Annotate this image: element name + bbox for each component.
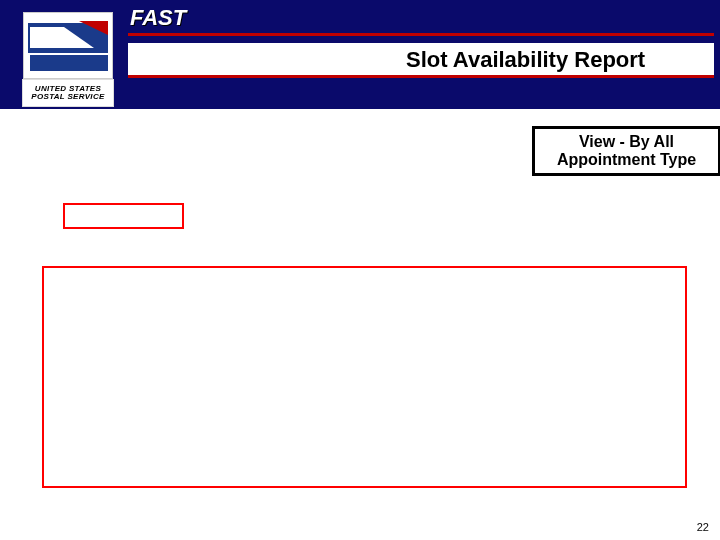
view-callout-line2: Appointment Type — [557, 151, 696, 168]
brand-title: FAST — [130, 5, 186, 31]
svg-marker-3 — [30, 55, 108, 71]
highlight-box-large — [42, 266, 687, 488]
logo-box — [23, 12, 113, 79]
page-number: 22 — [697, 521, 709, 533]
page-title: Slot Availability Report — [406, 47, 645, 73]
divider-red-top — [128, 33, 714, 36]
divider-red-bottom — [128, 75, 714, 78]
view-callout-line1: View - By All — [579, 133, 674, 150]
org-badge: UNITED STATES POSTAL SERVICE — [22, 79, 114, 107]
org-line2: POSTAL SERVICE — [31, 93, 104, 101]
view-callout: View - By All Appointment Type — [535, 129, 718, 173]
highlight-box-small — [63, 203, 184, 229]
header-band: UNITED STATES POSTAL SERVICE FAST Slot A… — [0, 0, 720, 109]
usps-eagle-icon — [24, 13, 112, 78]
